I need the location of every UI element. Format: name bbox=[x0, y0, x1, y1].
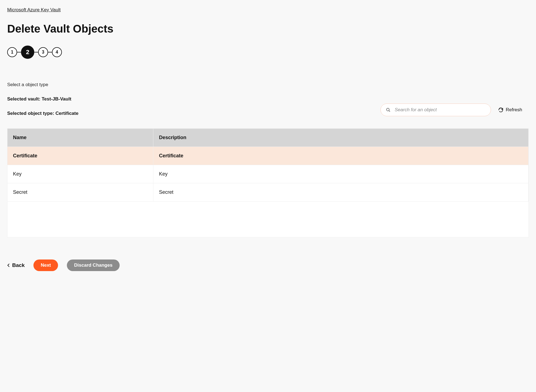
search-input[interactable] bbox=[395, 107, 486, 113]
refresh-icon bbox=[498, 107, 503, 113]
table-empty-space bbox=[7, 201, 529, 237]
step-1[interactable]: 1 bbox=[7, 47, 17, 57]
page-title: Delete Vault Objects bbox=[7, 23, 529, 35]
column-header: Name bbox=[7, 129, 153, 147]
selected-vault-text: Selected vault: Test-JB-Vault bbox=[7, 96, 529, 102]
cell-name: Key bbox=[7, 165, 153, 183]
refresh-button[interactable]: Refresh bbox=[498, 107, 522, 113]
cell-description: Key bbox=[153, 165, 529, 183]
cell-description: Certificate bbox=[153, 147, 529, 165]
back-button[interactable]: Back bbox=[7, 262, 25, 268]
step-connector bbox=[17, 52, 21, 52]
search-box[interactable] bbox=[380, 104, 491, 116]
refresh-label: Refresh bbox=[506, 107, 522, 113]
svg-line-1 bbox=[389, 110, 390, 112]
next-button[interactable]: Next bbox=[33, 259, 58, 271]
object-type-table: NameDescription CertificateCertificateKe… bbox=[7, 128, 529, 237]
breadcrumb-link[interactable]: Microsoft Azure Key Vault bbox=[7, 7, 61, 13]
back-label: Back bbox=[12, 262, 25, 268]
cell-name: Secret bbox=[7, 183, 153, 202]
step-connector bbox=[48, 52, 52, 52]
column-header: Description bbox=[153, 129, 529, 147]
discard-changes-button[interactable]: Discard Changes bbox=[67, 259, 120, 271]
stepper: 1234 bbox=[7, 46, 529, 59]
step-3[interactable]: 3 bbox=[38, 47, 48, 57]
step-connector bbox=[34, 52, 38, 52]
cell-description: Secret bbox=[153, 183, 529, 202]
table-row[interactable]: KeyKey bbox=[7, 165, 529, 183]
section-label: Select a object type bbox=[7, 82, 529, 88]
table-row[interactable]: CertificateCertificate bbox=[7, 147, 529, 165]
cell-name: Certificate bbox=[7, 147, 153, 165]
step-4[interactable]: 4 bbox=[52, 47, 62, 57]
search-icon bbox=[386, 107, 391, 112]
chevron-left-icon bbox=[7, 263, 10, 267]
table-row[interactable]: SecretSecret bbox=[7, 183, 529, 202]
step-2[interactable]: 2 bbox=[21, 46, 34, 59]
